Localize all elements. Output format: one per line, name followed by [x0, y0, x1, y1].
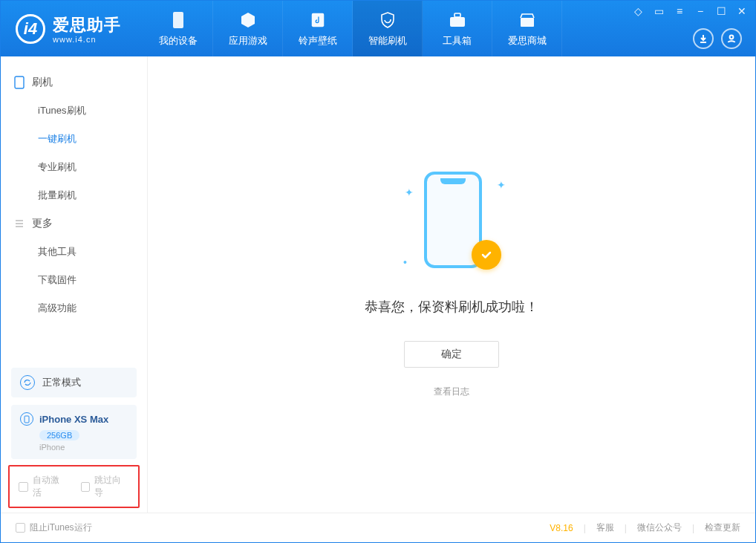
- check-block-itunes[interactable]: 阻止iTunes运行: [16, 521, 92, 534]
- sidebar-item-other[interactable]: 其他工具: [1, 238, 147, 266]
- body: 刷机 iTunes刷机 一键刷机 专业刷机 批量刷机 更多 其他工具 下载固件 …: [1, 56, 755, 513]
- check-skip-guide-label: 跳过向导: [94, 474, 129, 499]
- checkbox-icon: [19, 482, 28, 492]
- shirt-icon[interactable]: ◇: [632, 5, 644, 17]
- success-check-badge-icon: [472, 240, 501, 270]
- logo-text: 爱思助手 www.i4.cn: [53, 14, 121, 44]
- check-block-itunes-label: 阻止iTunes运行: [30, 521, 92, 534]
- check-auto-activate-label: 自动激活: [33, 474, 68, 499]
- check-skip-guide[interactable]: 跳过向导: [81, 474, 130, 499]
- minimize-button[interactable]: −: [694, 5, 706, 17]
- sidebar-group-more: 更多: [1, 209, 147, 238]
- tab-flash-label: 智能刷机: [368, 34, 407, 48]
- header-circles: [693, 28, 742, 49]
- sidebar-item-batch[interactable]: 批量刷机: [1, 181, 147, 209]
- success-illustration: ✦ ✦ •: [403, 172, 500, 276]
- phone-mini-icon: [20, 412, 33, 426]
- footer-left: 阻止iTunes运行: [16, 521, 92, 534]
- device-type: iPhone: [39, 443, 128, 452]
- window-buttons: ◇ ▭ ≡ − ☐ ✕: [632, 5, 748, 17]
- sidebar-item-firmware[interactable]: 下载固件: [1, 266, 147, 294]
- checkbox-icon: [16, 523, 25, 533]
- tab-devices[interactable]: 我的设备: [143, 1, 213, 56]
- sidebar-item-pro[interactable]: 专业刷机: [1, 153, 147, 181]
- sidebar-group-more-label: 更多: [32, 217, 53, 230]
- sidebar-group-flash: 刷机: [1, 68, 147, 97]
- device-capacity: 256GB: [39, 430, 79, 440]
- sidebar-list: 刷机 iTunes刷机 一键刷机 专业刷机 批量刷机 更多 其他工具 下载固件 …: [1, 56, 147, 368]
- cube-icon: [238, 10, 258, 30]
- sidebar-group-flash-label: 刷机: [32, 76, 53, 89]
- ok-button[interactable]: 确定: [404, 341, 499, 368]
- svg-rect-6: [15, 77, 24, 88]
- separator: |: [692, 523, 694, 533]
- device-mode-box[interactable]: 正常模式: [11, 368, 137, 397]
- download-button[interactable]: [693, 28, 714, 49]
- tab-apps[interactable]: 应用游戏: [213, 1, 283, 56]
- app-title: 爱思助手: [53, 14, 121, 36]
- wechat-link[interactable]: 微信公众号: [637, 521, 682, 534]
- checkbox-icon: [81, 482, 91, 492]
- footer-right: V8.16 | 客服 | 微信公众号 | 检查更新: [550, 521, 740, 534]
- svg-point-5: [730, 36, 734, 39]
- version-label: V8.16: [550, 523, 573, 533]
- svg-rect-2: [450, 17, 465, 27]
- tab-devices-label: 我的设备: [159, 34, 198, 48]
- main-tabs: 我的设备 应用游戏 铃声壁纸 智能刷机 工具箱 爱思商城: [143, 1, 562, 56]
- tab-store-label: 爱思商城: [508, 34, 547, 48]
- svg-rect-4: [521, 18, 534, 27]
- sparkle-icon: ✦: [405, 186, 414, 198]
- view-log-link[interactable]: 查看日志: [434, 386, 469, 398]
- tab-flash[interactable]: 智能刷机: [353, 1, 423, 56]
- tab-media-label: 铃声壁纸: [299, 34, 337, 48]
- store-icon: [518, 10, 537, 30]
- check-auto-activate[interactable]: 自动激活: [19, 474, 68, 499]
- menu-icon[interactable]: ≡: [674, 5, 685, 17]
- refresh-shield-icon: [378, 10, 397, 30]
- tab-tools-label: 工具箱: [443, 34, 472, 48]
- device-name: iPhone XS Max: [39, 414, 108, 425]
- phone-outline-icon: [14, 76, 25, 89]
- header: i4 爱思助手 www.i4.cn 我的设备 应用游戏 铃声壁纸 智能刷机 工具…: [1, 1, 755, 56]
- checks-box: 自动激活 跳过向导: [8, 465, 140, 508]
- sidebar: 刷机 iTunes刷机 一键刷机 专业刷机 批量刷机 更多 其他工具 下载固件 …: [1, 56, 148, 513]
- main-content: ✦ ✦ • 恭喜您，保资料刷机成功啦！ 确定 查看日志: [148, 56, 755, 513]
- note-icon[interactable]: ▭: [653, 5, 665, 17]
- tab-tools[interactable]: 工具箱: [423, 1, 492, 56]
- music-note-icon: [308, 10, 328, 30]
- device-name-row: iPhone XS Max: [20, 412, 128, 426]
- footer: 阻止iTunes运行 V8.16 | 客服 | 微信公众号 | 检查更新: [1, 513, 755, 542]
- device-mode-label: 正常模式: [42, 376, 81, 389]
- phone-icon: [169, 10, 188, 30]
- svg-rect-0: [173, 12, 183, 28]
- toolbox-icon: [448, 10, 467, 30]
- sidebar-item-advanced[interactable]: 高级功能: [1, 294, 147, 322]
- tab-apps-label: 应用游戏: [229, 34, 267, 48]
- account-button[interactable]: [721, 28, 742, 49]
- separator: |: [584, 523, 586, 533]
- svg-rect-7: [25, 416, 29, 423]
- sidebar-item-itunes[interactable]: iTunes刷机: [1, 97, 147, 125]
- support-link[interactable]: 客服: [596, 521, 614, 534]
- sparkle-icon: •: [403, 256, 407, 268]
- success-message: 恭喜您，保资料刷机成功啦！: [365, 298, 538, 316]
- sparkle-icon: ✦: [497, 179, 506, 191]
- close-button[interactable]: ✕: [736, 5, 748, 17]
- device-info-box[interactable]: iPhone XS Max 256GB iPhone: [11, 405, 137, 459]
- sidebar-item-oneclick[interactable]: 一键刷机: [1, 125, 147, 153]
- svg-rect-3: [454, 13, 460, 17]
- update-link[interactable]: 检查更新: [705, 521, 740, 534]
- device-panel: 正常模式 iPhone XS Max 256GB iPhone: [1, 368, 147, 459]
- list-icon: [14, 218, 25, 229]
- separator: |: [625, 523, 627, 533]
- logo-icon: i4: [16, 14, 45, 44]
- app-subtitle: www.i4.cn: [53, 35, 121, 44]
- tab-store[interactable]: 爱思商城: [492, 1, 562, 56]
- svg-rect-1: [311, 13, 324, 26]
- sync-icon: [20, 375, 35, 390]
- maximize-button[interactable]: ☐: [715, 5, 727, 17]
- tab-media[interactable]: 铃声壁纸: [283, 1, 353, 56]
- logo[interactable]: i4 爱思助手 www.i4.cn: [16, 14, 121, 44]
